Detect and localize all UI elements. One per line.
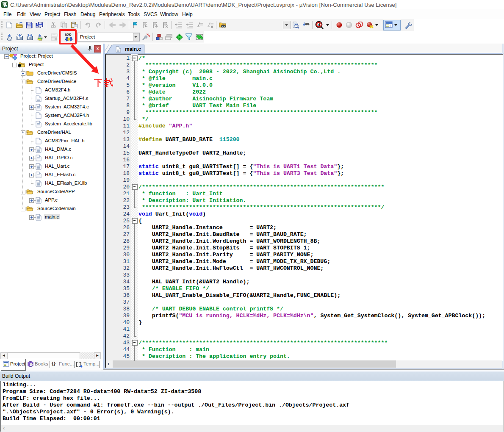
svg-text:?: ? <box>30 363 33 367</box>
svg-text:5: 5 <box>6 4 8 8</box>
svg-text:❉: ❉ <box>18 63 21 68</box>
svg-text:d: d <box>318 22 321 27</box>
